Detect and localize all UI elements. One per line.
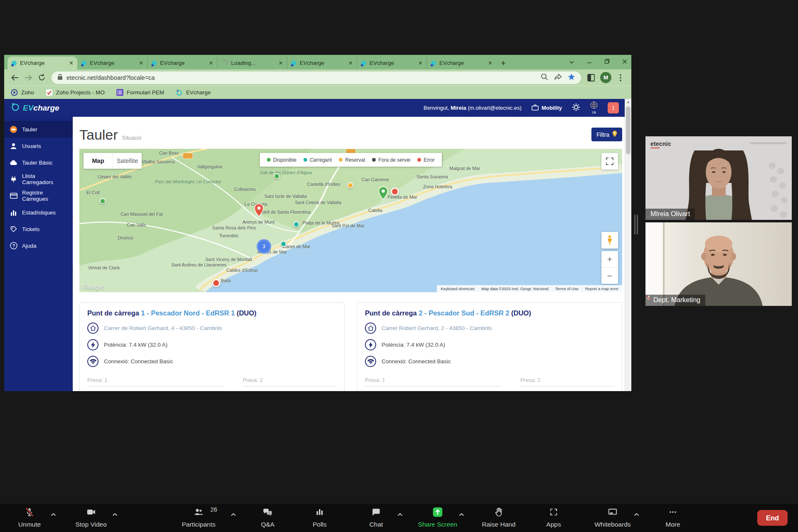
zoom-in-button[interactable]: +	[601, 251, 618, 268]
bookmark-item[interactable]: Formulari PEM	[116, 89, 164, 96]
settings-gear-icon[interactable]	[572, 103, 580, 113]
forward-button[interactable]	[22, 71, 35, 84]
charge-point-link[interactable]: 2 - Pescador Sud - EdRSR 2	[419, 309, 509, 317]
tab-close-icon[interactable]: ×	[69, 60, 73, 66]
apps-icon	[548, 507, 559, 519]
map-marker-dot[interactable]	[274, 173, 280, 179]
share-page-icon[interactable]	[554, 73, 562, 82]
map-marker-circle[interactable]	[391, 187, 399, 196]
map-place-label: Can Bosc	[159, 150, 179, 155]
sidebar-item-usuaris[interactable]: Usuaris	[4, 138, 73, 154]
browser-tab[interactable]: EVcharge ×	[426, 57, 496, 69]
zoom-out-button[interactable]: −	[601, 268, 618, 284]
sidebar-item-llista-carregadors[interactable]: Llista Carregadors	[4, 171, 73, 187]
outlets-row: Presa: 1 Disponible Presa: 2 Disponible	[365, 377, 614, 391]
map-type-map-button[interactable]: Map	[84, 153, 113, 169]
filter-button[interactable]: Filtra	[591, 128, 622, 141]
attribution-link[interactable]: Map data ©2023 Inst. Geogr. Nacional	[481, 286, 549, 291]
google-map[interactable]: Can BoscVilalba SasserraVallgorguinaLlin…	[79, 149, 622, 292]
map-marker-pin[interactable]	[254, 203, 264, 219]
chevron-up-icon[interactable]	[230, 511, 236, 518]
sidebar-item-estad-stiques[interactable]: Estadístiques	[4, 204, 73, 221]
attribution-link[interactable]: Report a map error	[585, 286, 618, 291]
bookmark-item[interactable]: Zoho Projects - MO	[46, 89, 105, 96]
bookmark-star-icon[interactable]	[568, 73, 575, 82]
browser-tab[interactable]: EVcharge ×	[147, 57, 217, 69]
map-marker-circle[interactable]	[212, 279, 220, 287]
map-marker-cluster[interactable]: 3	[257, 239, 271, 254]
sidebar-item-tauler-b-sic[interactable]: Tauler Bàsic	[4, 154, 73, 171]
address-bar[interactable]: etecnic.net/dashboard?locale=ca	[52, 71, 581, 84]
attribution-link[interactable]: Keyboard shortcuts	[441, 286, 475, 291]
map-marker-dot[interactable]	[347, 182, 353, 188]
bookmark-label: Zoho Projects - MO	[56, 89, 105, 96]
close-window-icon[interactable]	[622, 58, 627, 66]
bookmark-item[interactable]: Zoho	[11, 89, 34, 96]
bookmark-item[interactable]: EVcharge	[176, 89, 211, 96]
end-meeting-button[interactable]: End	[757, 510, 788, 526]
fullscreen-button[interactable]	[601, 153, 618, 170]
map-marker-dot[interactable]	[100, 198, 106, 204]
tab-close-icon[interactable]: ×	[139, 60, 143, 66]
charge-point-link[interactable]: 1 - Pescador Nord - EdRSR 1	[141, 309, 235, 317]
map-marker-dot[interactable]	[281, 241, 287, 247]
tab-close-icon[interactable]: ×	[488, 60, 492, 66]
page-title: Tauler	[79, 127, 118, 143]
toolbar-label: Unmute	[18, 521, 41, 528]
language-selector[interactable]: ca	[590, 101, 598, 114]
restore-icon[interactable]	[604, 58, 610, 66]
legend-item: Fora de servei	[372, 157, 411, 163]
zoom-meeting-window: EVcharge × EVcharge × EVcharge × Loading…	[0, 0, 798, 532]
ticket-icon	[10, 225, 17, 233]
browser-tab[interactable]: EVcharge ×	[357, 57, 426, 69]
map-marker-dot[interactable]	[293, 222, 300, 228]
profile-avatar[interactable]: M	[600, 72, 611, 83]
evcharge-logo[interactable]: EVcharge	[11, 102, 59, 113]
chevron-up-icon[interactable]	[112, 511, 118, 518]
menu-kebab-icon[interactable]	[614, 71, 627, 84]
new-tab-button[interactable]: +	[496, 57, 510, 69]
tab-close-icon[interactable]: ×	[419, 60, 422, 66]
tab-close-icon[interactable]: ×	[349, 60, 352, 66]
map-type-satellite-button[interactable]: Satellite	[113, 153, 142, 169]
browser-tab[interactable]: Loading... ×	[217, 57, 287, 69]
zoom-page-icon[interactable]	[541, 73, 548, 82]
toolbar-raise-hand[interactable]: Raise Hand	[468, 507, 530, 528]
browser-tab[interactable]: EVcharge ×	[7, 57, 77, 69]
sidebar-item-tickets[interactable]: Tickets	[4, 221, 73, 237]
video-tile-2[interactable]: Dept. Marketing	[645, 222, 792, 306]
chevron-up-icon[interactable]	[50, 511, 57, 518]
minimize-icon[interactable]	[587, 58, 592, 66]
tab-close-icon[interactable]: ×	[279, 60, 283, 66]
chevron-up-icon[interactable]	[397, 511, 403, 518]
form-bookmark-icon	[116, 89, 123, 96]
toolbar-apps[interactable]: Apps	[522, 507, 585, 528]
card-icon	[10, 192, 17, 200]
chevron-up-icon[interactable]	[458, 511, 465, 518]
attribution-link[interactable]: Terms of Use	[555, 286, 579, 291]
sidebar-item-tauler[interactable]: Tauler	[4, 121, 73, 138]
video-tile-1[interactable]: etecnic MIreia Olivart	[645, 136, 792, 220]
toolbar-polls[interactable]: Polls	[288, 507, 351, 528]
scrollbar-thumb[interactable]	[626, 106, 631, 154]
toolbar-participants[interactable]: Participants	[167, 507, 230, 528]
sidebar-item-ajuda[interactable]: ? Ajuda	[4, 237, 73, 254]
pegman-button[interactable]	[601, 232, 618, 249]
toolbar-more[interactable]: More	[642, 507, 704, 528]
browser-tab[interactable]: EVcharge ×	[287, 57, 357, 69]
browser-tab[interactable]: EVcharge ×	[77, 57, 147, 69]
split-handle[interactable]	[634, 214, 638, 234]
reload-button[interactable]	[35, 71, 48, 84]
chevron-up-icon[interactable]	[633, 511, 640, 518]
chevron-down-icon[interactable]	[569, 58, 574, 66]
back-button[interactable]	[8, 71, 22, 84]
side-panel-icon[interactable]	[584, 71, 598, 84]
page-scrollbar[interactable]: ▲	[625, 99, 631, 391]
sidebar-item-registre-c-rregues[interactable]: Registre Càrregues	[4, 187, 73, 204]
tab-close-icon[interactable]: ×	[209, 60, 213, 66]
outlets-row: Presa: 1 Disponible Presa: 2 Carregant	[87, 377, 337, 391]
mobility-menu[interactable]: Mobility	[532, 104, 562, 112]
scrollbar-up-arrow[interactable]: ▲	[625, 99, 631, 105]
notification-badge[interactable]: 1	[608, 102, 619, 113]
map-marker-pin[interactable]	[379, 186, 388, 202]
